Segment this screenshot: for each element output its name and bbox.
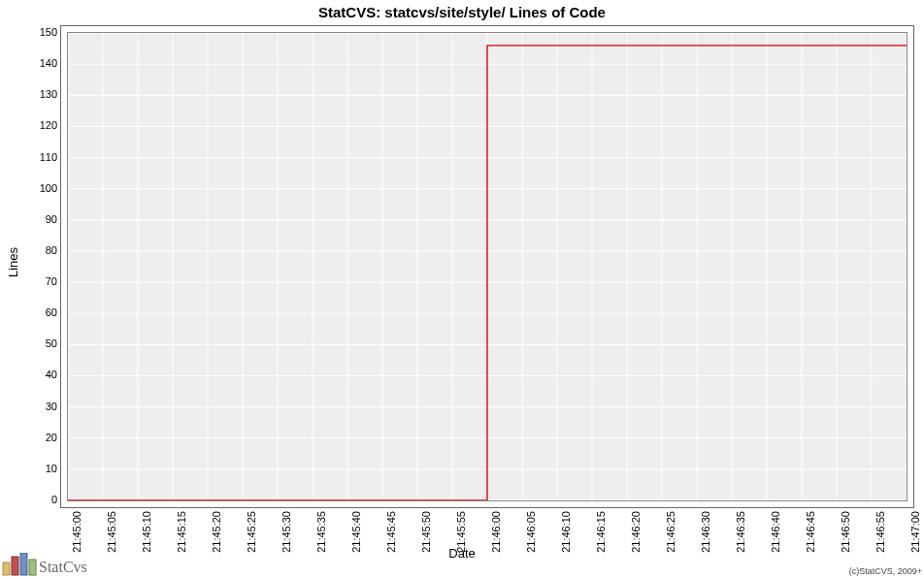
y-axis-label: Lines [6,247,20,277]
x-tick-label: 21:46:45 [805,511,816,553]
x-tick-label: 21:46:25 [665,511,676,553]
x-tick-label: 21:46:20 [630,511,642,553]
x-tick-label: 21:45:30 [280,511,292,553]
x-tick-label: 21:45:35 [315,511,327,553]
svg-rect-44 [29,560,36,575]
svg-rect-41 [3,562,10,575]
x-tick-label: 21:45:20 [211,511,222,553]
y-tick-label: 100 [40,182,57,194]
y-tick-label: 150 [40,26,57,38]
brand-text: StatCvs [39,559,87,576]
chart-plot-area: 010203040506070809010011012013014015021:… [60,25,914,508]
y-tick-label: 10 [46,463,57,474]
y-tick-label: 90 [46,213,57,225]
x-tick-label: 21:46:55 [874,511,886,553]
y-tick-label: 0 [51,494,57,505]
x-tick-label: 21:46:40 [770,511,781,553]
x-tick-label: 21:45:10 [141,511,152,553]
x-tick-label: 21:45:40 [350,511,362,553]
y-tick-label: 50 [46,337,57,349]
x-tick-label: 21:46:30 [700,511,711,553]
y-tick-label: 110 [40,151,57,163]
x-tick-label: 21:45:55 [455,511,467,553]
x-tick-label: 21:46:15 [595,511,607,553]
y-tick-label: 20 [46,432,57,443]
x-tick-label: 21:45:50 [420,511,432,553]
x-tick-label: 21:46:35 [735,511,746,553]
y-tick-label: 60 [46,306,57,318]
y-tick-label: 130 [40,88,57,100]
x-tick-label: 21:45:45 [385,511,397,553]
x-tick-label: 21:45:25 [246,511,257,553]
page-title: StatCVS: statcvs/site/style/ Lines of Co… [0,4,924,20]
x-tick-label: 21:46:05 [525,511,537,553]
y-tick-label: 80 [46,244,57,256]
y-tick-label: 30 [46,401,57,412]
x-tick-label: 21:45:15 [176,511,187,553]
svg-rect-42 [12,557,18,575]
y-tick-label: 120 [40,119,57,131]
x-tick-label: 21:46:10 [560,511,572,553]
copyright-text: (c)StatCVS, 2009+ [849,566,922,576]
x-tick-label: 21:46:50 [840,511,851,553]
x-tick-label: 21:45:05 [106,511,117,553]
bar-chart-icon [2,553,37,576]
brand-logo: StatCvs [2,553,87,576]
x-tick-label: 21:45:00 [71,511,82,553]
line-series [68,46,907,500]
y-tick-label: 70 [46,275,57,287]
svg-rect-43 [20,553,27,575]
y-tick-label: 40 [46,369,57,380]
y-tick-label: 140 [40,57,57,69]
x-tick-label: 21:47:00 [909,511,921,553]
x-tick-label: 21:46:00 [490,511,502,553]
